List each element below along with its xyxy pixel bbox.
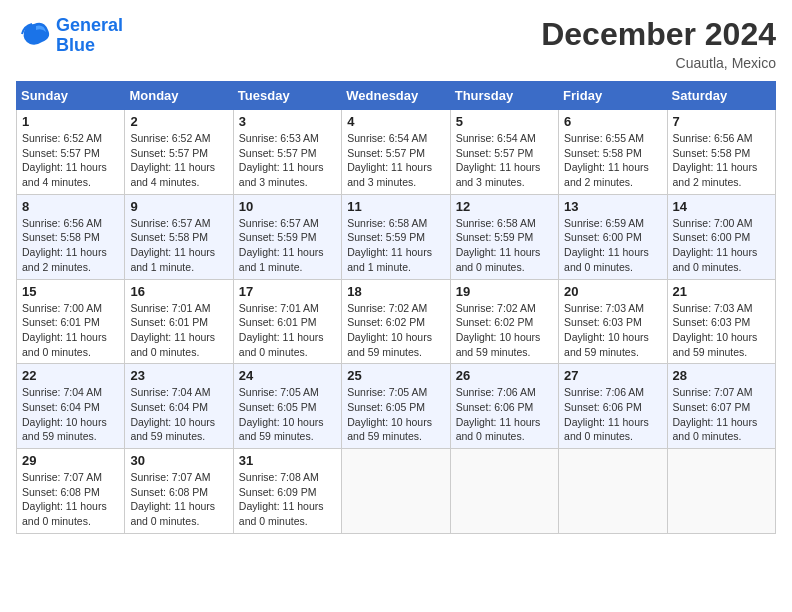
day-info: Sunrise: 7:00 AMSunset: 6:01 PMDaylight:…	[22, 301, 119, 360]
calendar-cell: 21 Sunrise: 7:03 AMSunset: 6:03 PMDaylig…	[667, 279, 775, 364]
week-row-5: 29 Sunrise: 7:07 AMSunset: 6:08 PMDaylig…	[17, 449, 776, 534]
day-number: 7	[673, 114, 770, 129]
day-info: Sunrise: 7:08 AMSunset: 6:09 PMDaylight:…	[239, 470, 336, 529]
calendar-table: SundayMondayTuesdayWednesdayThursdayFrid…	[16, 81, 776, 534]
weekday-header-thursday: Thursday	[450, 82, 558, 110]
calendar-cell: 1 Sunrise: 6:52 AMSunset: 5:57 PMDayligh…	[17, 110, 125, 195]
day-info: Sunrise: 7:01 AMSunset: 6:01 PMDaylight:…	[130, 301, 227, 360]
title-block: December 2024 Cuautla, Mexico	[541, 16, 776, 71]
day-info: Sunrise: 6:56 AMSunset: 5:58 PMDaylight:…	[673, 131, 770, 190]
calendar-cell: 9 Sunrise: 6:57 AMSunset: 5:58 PMDayligh…	[125, 194, 233, 279]
day-number: 11	[347, 199, 444, 214]
calendar-cell: 29 Sunrise: 7:07 AMSunset: 6:08 PMDaylig…	[17, 449, 125, 534]
page-header: General Blue December 2024 Cuautla, Mexi…	[16, 16, 776, 71]
calendar-cell: 20 Sunrise: 7:03 AMSunset: 6:03 PMDaylig…	[559, 279, 667, 364]
day-info: Sunrise: 6:52 AMSunset: 5:57 PMDaylight:…	[22, 131, 119, 190]
weekday-header-sunday: Sunday	[17, 82, 125, 110]
day-number: 17	[239, 284, 336, 299]
day-info: Sunrise: 6:55 AMSunset: 5:58 PMDaylight:…	[564, 131, 661, 190]
day-number: 14	[673, 199, 770, 214]
day-number: 21	[673, 284, 770, 299]
day-number: 15	[22, 284, 119, 299]
calendar-cell: 19 Sunrise: 7:02 AMSunset: 6:02 PMDaylig…	[450, 279, 558, 364]
calendar-cell: 5 Sunrise: 6:54 AMSunset: 5:57 PMDayligh…	[450, 110, 558, 195]
day-info: Sunrise: 7:04 AMSunset: 6:04 PMDaylight:…	[22, 385, 119, 444]
day-number: 6	[564, 114, 661, 129]
week-row-3: 15 Sunrise: 7:00 AMSunset: 6:01 PMDaylig…	[17, 279, 776, 364]
calendar-cell	[342, 449, 450, 534]
calendar-cell: 31 Sunrise: 7:08 AMSunset: 6:09 PMDaylig…	[233, 449, 341, 534]
day-info: Sunrise: 6:57 AMSunset: 5:58 PMDaylight:…	[130, 216, 227, 275]
day-number: 13	[564, 199, 661, 214]
day-info: Sunrise: 6:56 AMSunset: 5:58 PMDaylight:…	[22, 216, 119, 275]
day-number: 28	[673, 368, 770, 383]
day-number: 23	[130, 368, 227, 383]
weekday-header-monday: Monday	[125, 82, 233, 110]
calendar-cell	[667, 449, 775, 534]
week-row-2: 8 Sunrise: 6:56 AMSunset: 5:58 PMDayligh…	[17, 194, 776, 279]
logo: General Blue	[16, 16, 123, 56]
calendar-cell: 6 Sunrise: 6:55 AMSunset: 5:58 PMDayligh…	[559, 110, 667, 195]
day-info: Sunrise: 7:01 AMSunset: 6:01 PMDaylight:…	[239, 301, 336, 360]
weekday-header-saturday: Saturday	[667, 82, 775, 110]
day-info: Sunrise: 7:04 AMSunset: 6:04 PMDaylight:…	[130, 385, 227, 444]
day-number: 9	[130, 199, 227, 214]
calendar-cell: 23 Sunrise: 7:04 AMSunset: 6:04 PMDaylig…	[125, 364, 233, 449]
calendar-cell: 25 Sunrise: 7:05 AMSunset: 6:05 PMDaylig…	[342, 364, 450, 449]
day-info: Sunrise: 7:03 AMSunset: 6:03 PMDaylight:…	[564, 301, 661, 360]
day-info: Sunrise: 6:52 AMSunset: 5:57 PMDaylight:…	[130, 131, 227, 190]
calendar-cell: 2 Sunrise: 6:52 AMSunset: 5:57 PMDayligh…	[125, 110, 233, 195]
calendar-cell: 3 Sunrise: 6:53 AMSunset: 5:57 PMDayligh…	[233, 110, 341, 195]
day-number: 27	[564, 368, 661, 383]
day-number: 12	[456, 199, 553, 214]
weekday-header-wednesday: Wednesday	[342, 82, 450, 110]
day-number: 4	[347, 114, 444, 129]
logo-blue: Blue	[56, 35, 95, 55]
day-info: Sunrise: 7:06 AMSunset: 6:06 PMDaylight:…	[564, 385, 661, 444]
day-info: Sunrise: 6:59 AMSunset: 6:00 PMDaylight:…	[564, 216, 661, 275]
day-number: 24	[239, 368, 336, 383]
day-number: 8	[22, 199, 119, 214]
month-title: December 2024	[541, 16, 776, 53]
day-info: Sunrise: 7:02 AMSunset: 6:02 PMDaylight:…	[456, 301, 553, 360]
day-number: 30	[130, 453, 227, 468]
day-number: 2	[130, 114, 227, 129]
calendar-cell: 7 Sunrise: 6:56 AMSunset: 5:58 PMDayligh…	[667, 110, 775, 195]
day-info: Sunrise: 7:02 AMSunset: 6:02 PMDaylight:…	[347, 301, 444, 360]
day-number: 3	[239, 114, 336, 129]
calendar-cell: 14 Sunrise: 7:00 AMSunset: 6:00 PMDaylig…	[667, 194, 775, 279]
week-row-4: 22 Sunrise: 7:04 AMSunset: 6:04 PMDaylig…	[17, 364, 776, 449]
day-number: 18	[347, 284, 444, 299]
calendar-cell: 16 Sunrise: 7:01 AMSunset: 6:01 PMDaylig…	[125, 279, 233, 364]
day-info: Sunrise: 7:03 AMSunset: 6:03 PMDaylight:…	[673, 301, 770, 360]
calendar-cell: 11 Sunrise: 6:58 AMSunset: 5:59 PMDaylig…	[342, 194, 450, 279]
day-info: Sunrise: 7:06 AMSunset: 6:06 PMDaylight:…	[456, 385, 553, 444]
calendar-cell: 4 Sunrise: 6:54 AMSunset: 5:57 PMDayligh…	[342, 110, 450, 195]
calendar-cell: 13 Sunrise: 6:59 AMSunset: 6:00 PMDaylig…	[559, 194, 667, 279]
logo-general: General	[56, 15, 123, 35]
weekday-header-row: SundayMondayTuesdayWednesdayThursdayFrid…	[17, 82, 776, 110]
calendar-cell: 10 Sunrise: 6:57 AMSunset: 5:59 PMDaylig…	[233, 194, 341, 279]
calendar-cell: 28 Sunrise: 7:07 AMSunset: 6:07 PMDaylig…	[667, 364, 775, 449]
weekday-header-friday: Friday	[559, 82, 667, 110]
day-info: Sunrise: 7:00 AMSunset: 6:00 PMDaylight:…	[673, 216, 770, 275]
day-number: 5	[456, 114, 553, 129]
day-info: Sunrise: 6:57 AMSunset: 5:59 PMDaylight:…	[239, 216, 336, 275]
day-number: 19	[456, 284, 553, 299]
day-info: Sunrise: 6:53 AMSunset: 5:57 PMDaylight:…	[239, 131, 336, 190]
day-info: Sunrise: 7:07 AMSunset: 6:08 PMDaylight:…	[130, 470, 227, 529]
day-number: 10	[239, 199, 336, 214]
calendar-cell: 30 Sunrise: 7:07 AMSunset: 6:08 PMDaylig…	[125, 449, 233, 534]
day-info: Sunrise: 6:54 AMSunset: 5:57 PMDaylight:…	[456, 131, 553, 190]
calendar-cell	[450, 449, 558, 534]
calendar-cell: 24 Sunrise: 7:05 AMSunset: 6:05 PMDaylig…	[233, 364, 341, 449]
day-number: 29	[22, 453, 119, 468]
calendar-cell: 27 Sunrise: 7:06 AMSunset: 6:06 PMDaylig…	[559, 364, 667, 449]
day-info: Sunrise: 6:54 AMSunset: 5:57 PMDaylight:…	[347, 131, 444, 190]
calendar-cell: 15 Sunrise: 7:00 AMSunset: 6:01 PMDaylig…	[17, 279, 125, 364]
calendar-cell: 8 Sunrise: 6:56 AMSunset: 5:58 PMDayligh…	[17, 194, 125, 279]
calendar-cell: 22 Sunrise: 7:04 AMSunset: 6:04 PMDaylig…	[17, 364, 125, 449]
day-number: 20	[564, 284, 661, 299]
day-info: Sunrise: 7:07 AMSunset: 6:08 PMDaylight:…	[22, 470, 119, 529]
day-number: 25	[347, 368, 444, 383]
